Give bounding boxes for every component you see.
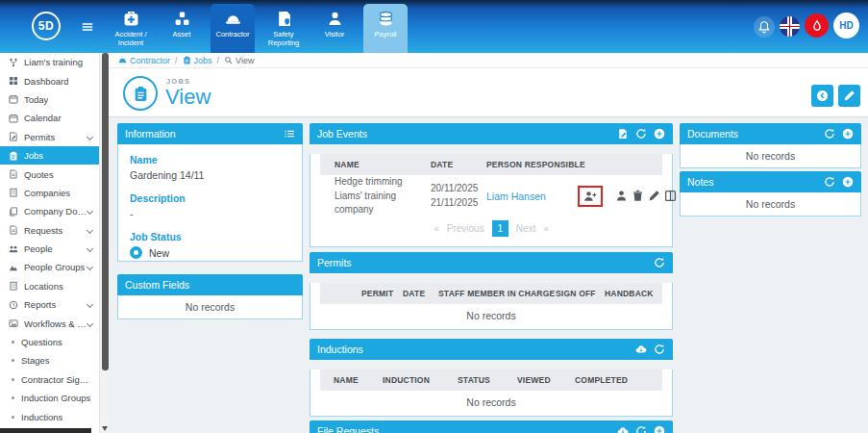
information-panel: Information Name Gardening 14/11 Descrip…	[117, 123, 303, 262]
jobs-page-icon	[123, 76, 158, 111]
refresh-icon[interactable]	[824, 128, 835, 140]
file-requests-panel: File Requests	[310, 420, 673, 433]
sidebar-subitem-contractor-sign-in[interactable]: Contractor Sign In	[0, 370, 99, 389]
panel-title: Permits	[317, 257, 352, 268]
sidebar-item-workflows-inductions[interactable]: Workflows & Inductions	[0, 314, 99, 332]
sidebar-item-dashboard[interactable]: Dashboard	[0, 71, 99, 89]
bullet-icon	[12, 341, 14, 344]
sidebar-item-companies[interactable]: Companies	[0, 184, 99, 202]
jobs-clipboard-icon	[9, 151, 24, 161]
tab-contractor[interactable]: Contractor	[211, 4, 255, 53]
quotes-document-icon	[9, 169, 24, 179]
module-tabs: Accident / Incident Asset Contractor Saf…	[109, 4, 408, 53]
tab-asset[interactable]: Asset	[160, 4, 204, 53]
refresh-icon[interactable]	[635, 425, 647, 433]
notifications-bell-icon[interactable]	[754, 16, 775, 38]
add-person-icon[interactable]	[583, 190, 597, 203]
panel-title: Documents	[687, 128, 738, 140]
tab-accident-incident[interactable]: Accident / Incident	[109, 4, 153, 53]
chevron-down-icon	[87, 245, 93, 252]
scrollbar-thumb[interactable]	[102, 53, 109, 370]
sidebar-subitem-induction-groups[interactable]: Induction Groups	[0, 389, 99, 407]
people-groups-icon	[9, 263, 24, 272]
pagination-previous[interactable]: Previous	[447, 223, 484, 234]
sidebar-item-requests[interactable]: Requests	[0, 221, 99, 240]
sidebar-scrollbar[interactable]	[99, 53, 109, 433]
panel-title: Notes	[687, 176, 713, 188]
sidebar-item-people-groups[interactable]: People Groups	[0, 258, 99, 276]
breadcrumb-jobs[interactable]: Jobs	[183, 56, 212, 65]
status-value: New	[149, 247, 169, 259]
empty-state: No records	[310, 304, 672, 327]
add-plus-circle-icon[interactable]	[654, 128, 665, 140]
refresh-icon[interactable]	[635, 128, 647, 140]
back-circle-icon	[816, 89, 829, 102]
scrollbar-down-arrow-icon[interactable]	[102, 426, 108, 431]
panel-title: Custom Fields	[125, 279, 189, 291]
notes-panel: Notes No records	[680, 171, 861, 216]
add-plus-circle-icon[interactable]	[842, 176, 854, 188]
empty-state: No records	[681, 144, 860, 167]
sidebar-item-quotes[interactable]: Quotes	[0, 165, 99, 183]
sidebar-item-company-documents[interactable]: Company Documents	[0, 202, 99, 220]
first-aid-icon	[123, 11, 139, 30]
cloud-download-icon[interactable]	[617, 425, 629, 433]
tab-payroll[interactable]: Payroll	[363, 4, 408, 53]
refresh-icon[interactable]	[654, 257, 665, 268]
pagination-last[interactable]: »	[543, 223, 549, 234]
pagination-first[interactable]: «	[434, 223, 439, 234]
dashboard-icon	[9, 76, 24, 86]
request-document-icon	[9, 225, 24, 235]
column-header: INDUCTION	[383, 375, 458, 385]
sidebar-subitem-inductions[interactable]: Inductions	[0, 407, 99, 425]
sidebar-item-people[interactable]: People	[0, 240, 99, 258]
document-edit-icon[interactable]	[617, 128, 629, 140]
sidebar-item-site[interactable]: Liam's training	[0, 53, 99, 71]
sidebar-item-calendar[interactable]: Calendar	[0, 109, 99, 127]
fire-alert-icon[interactable]	[805, 13, 829, 38]
app-window: 5D Accident / Incident Asset Contractor …	[0, 0, 868, 433]
field-label: Job Status	[130, 231, 290, 242]
tab-visitor[interactable]: Visitor	[312, 4, 357, 53]
edit-button[interactable]	[838, 85, 860, 107]
coins-icon	[378, 11, 394, 30]
pagination: « Previous 1 Next »	[310, 214, 672, 242]
avatar[interactable]: HD	[833, 13, 859, 38]
refresh-icon[interactable]	[824, 176, 835, 188]
documents-panel: Documents No records	[680, 123, 861, 168]
back-button[interactable]	[811, 85, 833, 107]
pagination-next[interactable]: Next	[516, 223, 536, 234]
hard-hat-icon	[225, 11, 241, 30]
cloud-download-icon[interactable]	[635, 344, 647, 355]
permit-document-icon	[9, 132, 24, 141]
sidebar-item-reports[interactable]: Reports	[0, 295, 99, 314]
chevron-down-icon	[87, 227, 93, 234]
person-icon[interactable]	[615, 190, 628, 202]
bullet-icon	[12, 396, 14, 399]
list-icon[interactable]	[284, 128, 295, 140]
language-flag-icon[interactable]	[780, 16, 800, 37]
breadcrumb-contractor[interactable]: Contractor	[118, 56, 170, 65]
breadcrumb-separator: /	[217, 56, 220, 65]
pencil-icon[interactable]	[648, 190, 660, 202]
tab-safety-reporting[interactable]: Safety Reporting	[261, 4, 306, 53]
sidebar-item-locations[interactable]: Locations	[0, 277, 99, 295]
refresh-icon[interactable]	[654, 344, 665, 355]
trash-icon[interactable]	[632, 190, 644, 202]
sidebar-subitem-questions[interactable]: Questions	[0, 333, 99, 351]
event-name: Hedge trimming	[335, 175, 431, 190]
empty-state: No records	[681, 192, 860, 216]
today-calendar-icon	[9, 94, 24, 104]
add-plus-circle-icon[interactable]	[842, 128, 854, 140]
bullet-icon	[12, 378, 14, 381]
sidebar-subitem-stages[interactable]: Stages	[0, 351, 99, 369]
hamburger-menu-icon[interactable]	[81, 20, 94, 32]
sidebar-item-today[interactable]: Today	[0, 90, 99, 109]
sidebar-item-jobs[interactable]: Jobs	[0, 146, 99, 165]
sidebar-item-permits[interactable]: Permits	[0, 128, 99, 146]
pagination-page-1[interactable]: 1	[492, 220, 508, 237]
person-responsible-link[interactable]: Liam Hansen	[486, 191, 578, 202]
columns-icon[interactable]	[664, 190, 677, 202]
event-end-date: 21/11/2025	[431, 196, 486, 211]
add-plus-circle-icon[interactable]	[654, 425, 665, 433]
